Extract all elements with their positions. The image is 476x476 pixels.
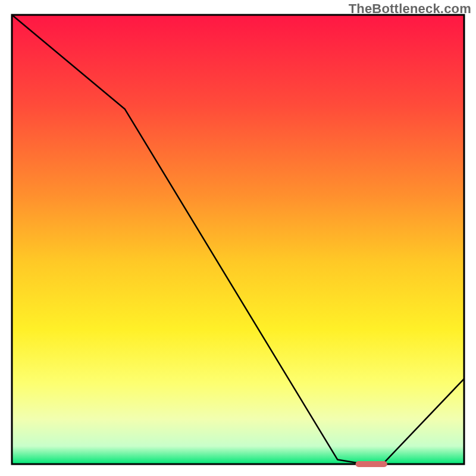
- watermark-text: TheBottleneck.com: [349, 1, 471, 17]
- gradient-background: [12, 15, 464, 464]
- optimum-marker: [356, 461, 387, 467]
- chart-svg: [0, 0, 476, 476]
- bottleneck-chart: TheBottleneck.com: [0, 0, 476, 476]
